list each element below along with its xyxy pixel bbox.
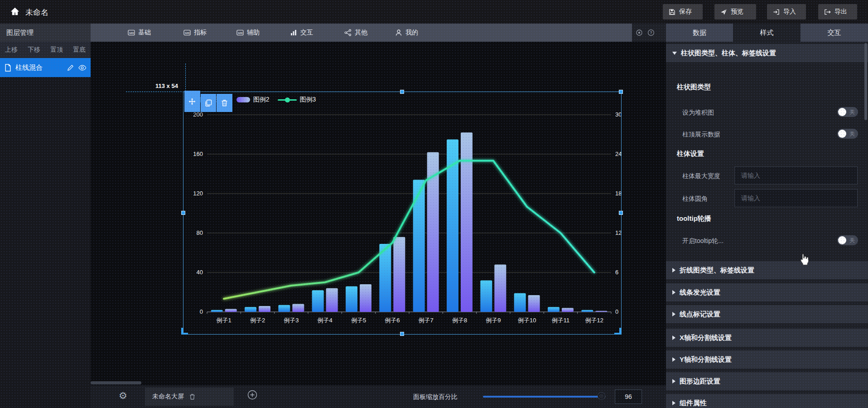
- import-button[interactable]: 导入: [767, 4, 806, 19]
- bring-front-action[interactable]: 置顶: [45, 46, 68, 54]
- save-button[interactable]: 保存: [663, 4, 703, 19]
- handle-bottom-left[interactable]: [181, 328, 188, 335]
- x-axis-label: 例子11: [552, 317, 570, 324]
- chart-legend: 图例1图例2图例3: [183, 94, 621, 105]
- right-axis-tick-label: 24: [615, 151, 621, 157]
- tab-data[interactable]: 数据: [666, 24, 733, 42]
- gear-icon[interactable]: ⚙: [119, 390, 127, 401]
- x-axis-label: 例子4: [318, 317, 333, 324]
- bar-series2: [326, 288, 338, 312]
- bar-radius-input[interactable]: [734, 189, 858, 207]
- location-icon[interactable]: [636, 29, 643, 36]
- delete-button[interactable]: [217, 94, 232, 112]
- settings-panel: 数据 样式 交互 柱状图类型、柱体、标签线设置 柱状图类型 设为堆积图 关 柱顶…: [666, 24, 868, 408]
- move-icon: [188, 97, 196, 106]
- bar-series2: [292, 304, 304, 312]
- layer-item-selected[interactable]: 柱线混合: [0, 58, 91, 77]
- handle-top-right[interactable]: [619, 90, 623, 94]
- legend-item[interactable]: 图例2: [236, 96, 270, 104]
- tab-other-label: 其他: [355, 29, 367, 37]
- tab-interaction[interactable]: 交互: [290, 24, 313, 42]
- bar-series2: [461, 132, 473, 312]
- handle-top-center[interactable]: [400, 90, 404, 94]
- legend-label: 图例2: [253, 96, 270, 104]
- zoom-value-input[interactable]: 96: [615, 389, 642, 404]
- eye-icon[interactable]: [78, 64, 86, 71]
- section-bar-settings[interactable]: 柱状图类型、柱体、标签线设置: [666, 44, 868, 62]
- toggle-state: 关: [849, 130, 855, 138]
- move-down-action[interactable]: 下移: [23, 46, 45, 54]
- handle-mid-left[interactable]: [181, 211, 185, 215]
- bottom-bar: ⚙ 未命名大屏 面板缩放百分比 96: [91, 385, 666, 408]
- move-up-action[interactable]: 上移: [0, 46, 23, 54]
- chevron-right-icon: [672, 335, 675, 340]
- tab-style[interactable]: 样式: [733, 24, 800, 42]
- screen-tab[interactable]: 未命名大屏: [145, 388, 234, 406]
- tab-auxiliary[interactable]: 123 辅助: [236, 24, 260, 42]
- selection-toolbar: [184, 91, 232, 112]
- add-screen-icon[interactable]: [247, 390, 257, 400]
- duplicate-button[interactable]: [201, 94, 217, 112]
- bar-series2: [494, 265, 506, 312]
- edit-icon[interactable]: [67, 64, 74, 71]
- bar-series1: [346, 286, 357, 312]
- x-axis-label: 例子2: [250, 317, 265, 324]
- left-axis-tick-label: 160: [193, 151, 203, 157]
- layer-panel-title: 图层管理: [0, 24, 91, 42]
- stacked-toggle[interactable]: 关: [837, 107, 858, 117]
- handle-bottom-center[interactable]: [400, 332, 404, 336]
- bar-series1: [211, 310, 223, 312]
- group-bar-type-title: 柱状图类型: [677, 83, 711, 92]
- bar-radius-label: 柱体圆角: [682, 195, 708, 203]
- layer-item-label: 柱线混合: [15, 63, 67, 72]
- section-component-props[interactable]: 组件属性: [666, 394, 868, 408]
- zoom-slider-knob[interactable]: [598, 393, 605, 399]
- section-line-settings[interactable]: 折线图类型、标签线设置: [666, 261, 868, 279]
- tab-indicator[interactable]: 123 指标: [183, 24, 207, 42]
- bar-series1: [245, 307, 256, 312]
- chevron-right-icon: [672, 357, 675, 362]
- component-toolbar: 123 基础 123 指标 123 辅助 交互 其他 我的: [91, 24, 632, 42]
- send-back-action[interactable]: 置底: [68, 46, 91, 54]
- selection-size-label: 113 x 54: [155, 83, 178, 89]
- tab-other[interactable]: 其他: [344, 24, 367, 42]
- preview-button[interactable]: 预览: [714, 4, 756, 19]
- mouse-cursor: [799, 253, 810, 267]
- section-x-axis[interactable]: X轴和分割线设置: [666, 329, 868, 347]
- design-canvas[interactable]: 113 x 54 040801201602000612182430例子1例子2例…: [91, 42, 666, 385]
- help-icon[interactable]: ?: [647, 29, 655, 36]
- export-button[interactable]: 导出: [818, 4, 857, 19]
- home-icon[interactable]: [10, 6, 20, 16]
- move-button[interactable]: [184, 91, 200, 112]
- tooltip-toggle-label: 开启tooltip轮...: [682, 237, 723, 245]
- import-icon: [773, 9, 780, 15]
- left-axis-tick-label: 0: [200, 308, 203, 315]
- section-line-marker[interactable]: 线点标记设置: [666, 305, 868, 323]
- zoom-slider-track[interactable]: [483, 396, 606, 398]
- top-data-toggle[interactable]: 关: [837, 129, 858, 139]
- section-margin[interactable]: 图形边距设置: [666, 372, 868, 390]
- save-icon: [669, 9, 675, 15]
- x-axis-label: 例子10: [518, 317, 536, 324]
- handle-mid-right[interactable]: [619, 211, 623, 215]
- tab-interact[interactable]: 交互: [800, 24, 868, 42]
- panel-scrollbar[interactable]: [864, 43, 867, 120]
- section-line-glow[interactable]: 线条发光设置: [666, 283, 868, 301]
- chevron-right-icon: [672, 268, 675, 272]
- x-axis-label: 例子6: [385, 317, 400, 324]
- tab-basic[interactable]: 123 基础: [128, 24, 151, 42]
- trash-icon[interactable]: [189, 393, 195, 400]
- toggle-state: 关: [849, 237, 855, 244]
- handle-bottom-right[interactable]: [614, 328, 621, 335]
- tab-mine[interactable]: 我的: [395, 24, 418, 42]
- tooltip-toggle[interactable]: 关: [837, 235, 858, 245]
- export-icon: [824, 9, 831, 15]
- section-y-axis[interactable]: Y轴和分割线设置: [666, 350, 868, 369]
- chart-component[interactable]: 040801201602000612182430例子1例子2例子3例子4例子5例…: [183, 92, 621, 334]
- horizontal-scrollbar[interactable]: [91, 381, 141, 384]
- app: { "header": { "title": "未命名", "buttons":…: [0, 0, 868, 408]
- bar-max-width-input[interactable]: [734, 166, 858, 185]
- legend-item[interactable]: 图例3: [278, 96, 316, 104]
- bar-series2: [393, 237, 405, 312]
- bar-max-width-label: 柱体最大宽度: [682, 172, 720, 180]
